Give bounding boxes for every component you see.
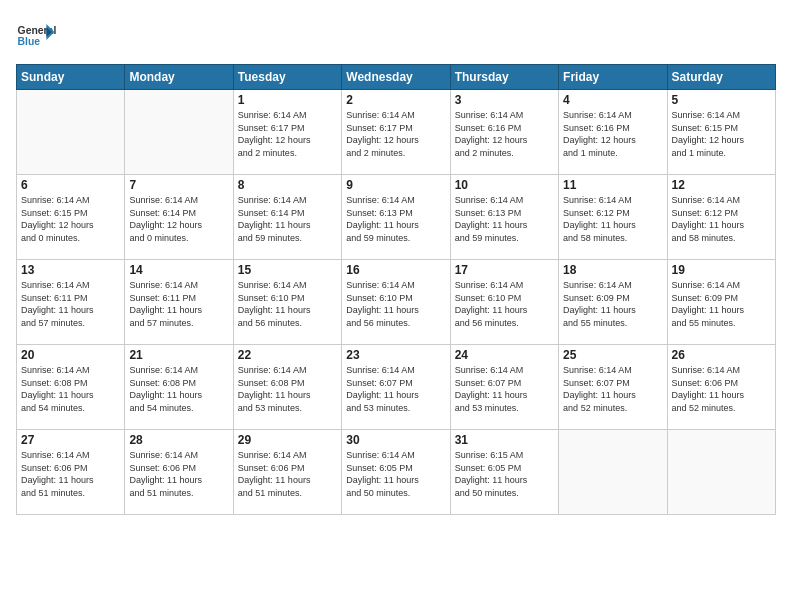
day-number: 1 bbox=[238, 93, 337, 107]
day-detail: Sunrise: 6:14 AM Sunset: 6:14 PM Dayligh… bbox=[129, 194, 228, 244]
calendar-cell: 20Sunrise: 6:14 AM Sunset: 6:08 PM Dayli… bbox=[17, 345, 125, 430]
calendar-cell: 15Sunrise: 6:14 AM Sunset: 6:10 PM Dayli… bbox=[233, 260, 341, 345]
svg-text:Blue: Blue bbox=[18, 36, 41, 47]
day-detail: Sunrise: 6:14 AM Sunset: 6:09 PM Dayligh… bbox=[672, 279, 771, 329]
day-number: 9 bbox=[346, 178, 445, 192]
calendar-cell: 7Sunrise: 6:14 AM Sunset: 6:14 PM Daylig… bbox=[125, 175, 233, 260]
day-detail: Sunrise: 6:14 AM Sunset: 6:11 PM Dayligh… bbox=[21, 279, 120, 329]
day-number: 18 bbox=[563, 263, 662, 277]
calendar-cell: 22Sunrise: 6:14 AM Sunset: 6:08 PM Dayli… bbox=[233, 345, 341, 430]
page-header: General Blue bbox=[16, 16, 776, 56]
day-detail: Sunrise: 6:14 AM Sunset: 6:06 PM Dayligh… bbox=[129, 449, 228, 499]
calendar-cell: 23Sunrise: 6:14 AM Sunset: 6:07 PM Dayli… bbox=[342, 345, 450, 430]
calendar-cell: 29Sunrise: 6:14 AM Sunset: 6:06 PM Dayli… bbox=[233, 430, 341, 515]
day-detail: Sunrise: 6:14 AM Sunset: 6:15 PM Dayligh… bbox=[672, 109, 771, 159]
day-detail: Sunrise: 6:14 AM Sunset: 6:08 PM Dayligh… bbox=[129, 364, 228, 414]
calendar-cell: 19Sunrise: 6:14 AM Sunset: 6:09 PM Dayli… bbox=[667, 260, 775, 345]
day-number: 17 bbox=[455, 263, 554, 277]
weekday-header-sunday: Sunday bbox=[17, 65, 125, 90]
weekday-header-wednesday: Wednesday bbox=[342, 65, 450, 90]
day-number: 10 bbox=[455, 178, 554, 192]
day-number: 23 bbox=[346, 348, 445, 362]
day-detail: Sunrise: 6:14 AM Sunset: 6:07 PM Dayligh… bbox=[455, 364, 554, 414]
day-detail: Sunrise: 6:14 AM Sunset: 6:06 PM Dayligh… bbox=[238, 449, 337, 499]
day-detail: Sunrise: 6:15 AM Sunset: 6:05 PM Dayligh… bbox=[455, 449, 554, 499]
day-detail: Sunrise: 6:14 AM Sunset: 6:06 PM Dayligh… bbox=[21, 449, 120, 499]
day-detail: Sunrise: 6:14 AM Sunset: 6:15 PM Dayligh… bbox=[21, 194, 120, 244]
day-detail: Sunrise: 6:14 AM Sunset: 6:16 PM Dayligh… bbox=[563, 109, 662, 159]
day-number: 21 bbox=[129, 348, 228, 362]
calendar-cell bbox=[667, 430, 775, 515]
weekday-header-row: SundayMondayTuesdayWednesdayThursdayFrid… bbox=[17, 65, 776, 90]
day-detail: Sunrise: 6:14 AM Sunset: 6:10 PM Dayligh… bbox=[238, 279, 337, 329]
day-detail: Sunrise: 6:14 AM Sunset: 6:17 PM Dayligh… bbox=[346, 109, 445, 159]
calendar-week-2: 6Sunrise: 6:14 AM Sunset: 6:15 PM Daylig… bbox=[17, 175, 776, 260]
calendar-cell: 8Sunrise: 6:14 AM Sunset: 6:14 PM Daylig… bbox=[233, 175, 341, 260]
day-number: 30 bbox=[346, 433, 445, 447]
day-detail: Sunrise: 6:14 AM Sunset: 6:11 PM Dayligh… bbox=[129, 279, 228, 329]
day-number: 2 bbox=[346, 93, 445, 107]
day-detail: Sunrise: 6:14 AM Sunset: 6:09 PM Dayligh… bbox=[563, 279, 662, 329]
day-number: 20 bbox=[21, 348, 120, 362]
day-detail: Sunrise: 6:14 AM Sunset: 6:16 PM Dayligh… bbox=[455, 109, 554, 159]
calendar-cell: 4Sunrise: 6:14 AM Sunset: 6:16 PM Daylig… bbox=[559, 90, 667, 175]
calendar-cell: 21Sunrise: 6:14 AM Sunset: 6:08 PM Dayli… bbox=[125, 345, 233, 430]
calendar-cell: 30Sunrise: 6:14 AM Sunset: 6:05 PM Dayli… bbox=[342, 430, 450, 515]
calendar-cell: 11Sunrise: 6:14 AM Sunset: 6:12 PM Dayli… bbox=[559, 175, 667, 260]
calendar-cell: 31Sunrise: 6:15 AM Sunset: 6:05 PM Dayli… bbox=[450, 430, 558, 515]
calendar-cell: 24Sunrise: 6:14 AM Sunset: 6:07 PM Dayli… bbox=[450, 345, 558, 430]
weekday-header-friday: Friday bbox=[559, 65, 667, 90]
calendar-week-3: 13Sunrise: 6:14 AM Sunset: 6:11 PM Dayli… bbox=[17, 260, 776, 345]
day-detail: Sunrise: 6:14 AM Sunset: 6:13 PM Dayligh… bbox=[455, 194, 554, 244]
day-number: 29 bbox=[238, 433, 337, 447]
day-number: 26 bbox=[672, 348, 771, 362]
calendar-cell bbox=[17, 90, 125, 175]
day-number: 28 bbox=[129, 433, 228, 447]
day-number: 24 bbox=[455, 348, 554, 362]
day-detail: Sunrise: 6:14 AM Sunset: 6:12 PM Dayligh… bbox=[672, 194, 771, 244]
calendar-cell: 18Sunrise: 6:14 AM Sunset: 6:09 PM Dayli… bbox=[559, 260, 667, 345]
day-number: 7 bbox=[129, 178, 228, 192]
calendar-cell: 27Sunrise: 6:14 AM Sunset: 6:06 PM Dayli… bbox=[17, 430, 125, 515]
calendar-cell: 9Sunrise: 6:14 AM Sunset: 6:13 PM Daylig… bbox=[342, 175, 450, 260]
calendar-cell bbox=[559, 430, 667, 515]
day-number: 27 bbox=[21, 433, 120, 447]
calendar-table: SundayMondayTuesdayWednesdayThursdayFrid… bbox=[16, 64, 776, 515]
day-detail: Sunrise: 6:14 AM Sunset: 6:07 PM Dayligh… bbox=[563, 364, 662, 414]
calendar-cell: 10Sunrise: 6:14 AM Sunset: 6:13 PM Dayli… bbox=[450, 175, 558, 260]
day-number: 12 bbox=[672, 178, 771, 192]
day-number: 6 bbox=[21, 178, 120, 192]
day-number: 14 bbox=[129, 263, 228, 277]
day-detail: Sunrise: 6:14 AM Sunset: 6:08 PM Dayligh… bbox=[238, 364, 337, 414]
day-detail: Sunrise: 6:14 AM Sunset: 6:07 PM Dayligh… bbox=[346, 364, 445, 414]
calendar-cell: 3Sunrise: 6:14 AM Sunset: 6:16 PM Daylig… bbox=[450, 90, 558, 175]
calendar-cell bbox=[125, 90, 233, 175]
calendar-week-4: 20Sunrise: 6:14 AM Sunset: 6:08 PM Dayli… bbox=[17, 345, 776, 430]
day-number: 31 bbox=[455, 433, 554, 447]
calendar-cell: 6Sunrise: 6:14 AM Sunset: 6:15 PM Daylig… bbox=[17, 175, 125, 260]
day-detail: Sunrise: 6:14 AM Sunset: 6:06 PM Dayligh… bbox=[672, 364, 771, 414]
day-number: 5 bbox=[672, 93, 771, 107]
calendar-week-5: 27Sunrise: 6:14 AM Sunset: 6:06 PM Dayli… bbox=[17, 430, 776, 515]
calendar-cell: 16Sunrise: 6:14 AM Sunset: 6:10 PM Dayli… bbox=[342, 260, 450, 345]
weekday-header-thursday: Thursday bbox=[450, 65, 558, 90]
day-number: 11 bbox=[563, 178, 662, 192]
day-detail: Sunrise: 6:14 AM Sunset: 6:12 PM Dayligh… bbox=[563, 194, 662, 244]
day-number: 8 bbox=[238, 178, 337, 192]
calendar-cell: 1Sunrise: 6:14 AM Sunset: 6:17 PM Daylig… bbox=[233, 90, 341, 175]
calendar-cell: 13Sunrise: 6:14 AM Sunset: 6:11 PM Dayli… bbox=[17, 260, 125, 345]
calendar-week-1: 1Sunrise: 6:14 AM Sunset: 6:17 PM Daylig… bbox=[17, 90, 776, 175]
day-number: 13 bbox=[21, 263, 120, 277]
calendar-cell: 2Sunrise: 6:14 AM Sunset: 6:17 PM Daylig… bbox=[342, 90, 450, 175]
calendar-cell: 14Sunrise: 6:14 AM Sunset: 6:11 PM Dayli… bbox=[125, 260, 233, 345]
day-detail: Sunrise: 6:14 AM Sunset: 6:17 PM Dayligh… bbox=[238, 109, 337, 159]
weekday-header-saturday: Saturday bbox=[667, 65, 775, 90]
calendar-cell: 26Sunrise: 6:14 AM Sunset: 6:06 PM Dayli… bbox=[667, 345, 775, 430]
day-number: 4 bbox=[563, 93, 662, 107]
logo-icon: General Blue bbox=[16, 16, 56, 56]
weekday-header-monday: Monday bbox=[125, 65, 233, 90]
calendar-cell: 17Sunrise: 6:14 AM Sunset: 6:10 PM Dayli… bbox=[450, 260, 558, 345]
calendar-cell: 12Sunrise: 6:14 AM Sunset: 6:12 PM Dayli… bbox=[667, 175, 775, 260]
calendar-cell: 28Sunrise: 6:14 AM Sunset: 6:06 PM Dayli… bbox=[125, 430, 233, 515]
calendar-cell: 5Sunrise: 6:14 AM Sunset: 6:15 PM Daylig… bbox=[667, 90, 775, 175]
